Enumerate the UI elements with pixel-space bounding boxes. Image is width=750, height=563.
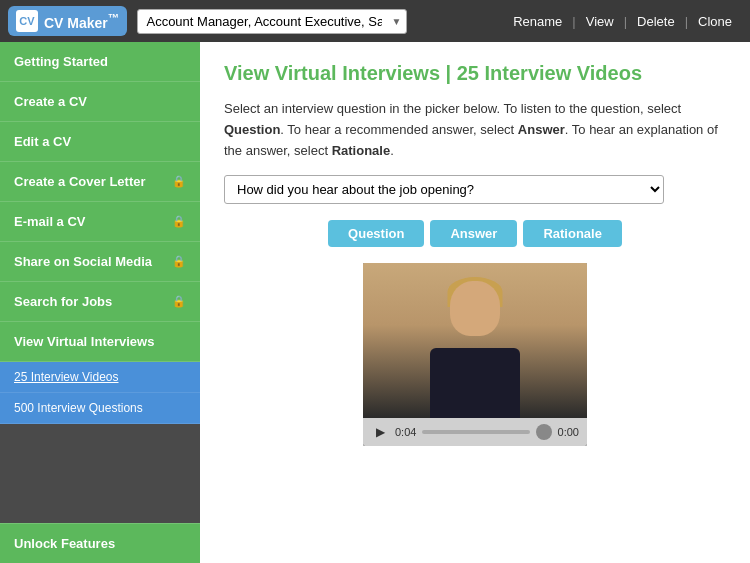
sidebar-item-create-cover-letter[interactable]: Create a Cover Letter 🔒 xyxy=(0,162,200,202)
sidebar-spacer xyxy=(0,424,200,523)
rationale-button[interactable]: Rationale xyxy=(523,220,622,247)
sidebar-unlock-features[interactable]: Unlock Features xyxy=(0,523,200,563)
sidebar-item-getting-started[interactable]: Getting Started xyxy=(0,42,200,82)
main-content: View Virtual Interviews | 25 Interview V… xyxy=(200,42,750,563)
view-button[interactable]: View xyxy=(576,14,624,29)
video-progress-bar[interactable] xyxy=(422,430,529,434)
description: Select an interview question in the pick… xyxy=(224,99,726,161)
play-button[interactable]: ▶ xyxy=(371,423,389,441)
account-dropdown[interactable]: Account Manager, Account Executive, Sale… xyxy=(137,9,407,34)
layout: Getting Started Create a CV Edit a CV Cr… xyxy=(0,42,750,563)
lock-icon: 🔒 xyxy=(172,215,186,228)
logo: CV CV Maker™ xyxy=(8,6,127,36)
video-controls: ▶ 0:04 0:00 xyxy=(363,418,587,446)
current-time: 0:04 xyxy=(395,426,416,438)
lock-icon: 🔒 xyxy=(172,255,186,268)
sidebar-sub-item-interview-questions[interactable]: 500 Interview Questions xyxy=(0,393,200,424)
question-button[interactable]: Question xyxy=(328,220,424,247)
sidebar-item-email-cv[interactable]: E-mail a CV 🔒 xyxy=(0,202,200,242)
sidebar-section-virtual-interviews[interactable]: View Virtual Interviews xyxy=(0,322,200,362)
logo-text: CV Maker™ xyxy=(44,11,119,31)
question-picker-wrapper: How did you hear about the job opening? xyxy=(224,175,726,204)
header: CV CV Maker™ Account Manager, Account Ex… xyxy=(0,0,750,42)
video-person xyxy=(363,263,587,418)
logo-icon: CV xyxy=(16,10,38,32)
answer-button[interactable]: Answer xyxy=(430,220,517,247)
logo-abbr: CV xyxy=(19,15,34,27)
video-duration: 0:00 xyxy=(558,426,579,438)
page-title: View Virtual Interviews | 25 Interview V… xyxy=(224,62,726,85)
account-selector-area: Account Manager, Account Executive, Sale… xyxy=(137,9,495,34)
rename-button[interactable]: Rename xyxy=(503,14,572,29)
question-select[interactable]: How did you hear about the job opening? xyxy=(224,175,664,204)
video-screen xyxy=(363,263,587,418)
delete-button[interactable]: Delete xyxy=(627,14,685,29)
sidebar: Getting Started Create a CV Edit a CV Cr… xyxy=(0,42,200,563)
header-actions: Rename | View | Delete | Clone xyxy=(503,14,742,29)
account-dropdown-wrapper: Account Manager, Account Executive, Sale… xyxy=(137,9,407,34)
person-body xyxy=(430,348,520,418)
sidebar-sub-item-interview-videos[interactable]: 25 Interview Videos xyxy=(0,362,200,393)
video-player: ▶ 0:04 0:00 xyxy=(363,263,587,446)
lock-icon: 🔒 xyxy=(172,295,186,308)
volume-button[interactable] xyxy=(536,424,552,440)
lock-icon: 🔒 xyxy=(172,175,186,188)
person-head xyxy=(450,281,500,336)
sidebar-item-create-cv[interactable]: Create a CV xyxy=(0,82,200,122)
clone-button[interactable]: Clone xyxy=(688,14,742,29)
sidebar-item-search-jobs[interactable]: Search for Jobs 🔒 xyxy=(0,282,200,322)
sidebar-item-share-social[interactable]: Share on Social Media 🔒 xyxy=(0,242,200,282)
action-buttons: Question Answer Rationale xyxy=(224,220,726,247)
sidebar-item-edit-cv[interactable]: Edit a CV xyxy=(0,122,200,162)
